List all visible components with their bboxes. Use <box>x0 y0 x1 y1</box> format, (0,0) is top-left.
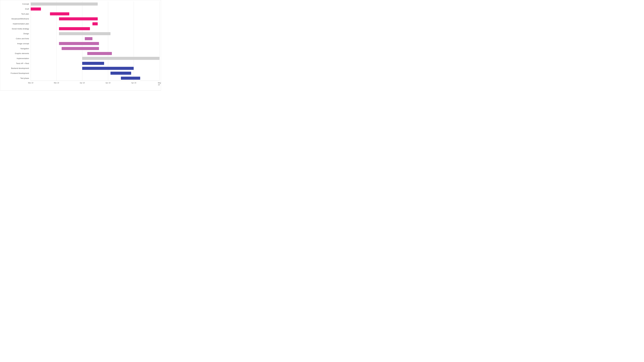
gantt-row <box>31 71 160 76</box>
row-label: Design <box>2 31 31 36</box>
gantt-row <box>31 76 160 81</box>
row-label: Frontend Development <box>2 71 31 76</box>
gantt-row <box>31 11 160 16</box>
gantt-bar <box>31 2 98 5</box>
gantt-chart: ConceptDraftTech planStoryboard/Wirefram… <box>0 0 161 91</box>
gantt-row <box>31 6 160 11</box>
gantt-bar <box>92 22 98 25</box>
row-label: Image concept <box>2 41 31 46</box>
axis-label: Mar 19 <box>28 82 33 84</box>
gantt-bar <box>121 77 140 80</box>
gantt-row <box>31 66 160 71</box>
chart-area: ConceptDraftTech planStoryboard/Wirefram… <box>2 1 160 81</box>
gantt-bar <box>62 47 99 50</box>
axis-label: Mar 19 <box>54 82 59 84</box>
axis-label: Apr 19 <box>131 82 136 84</box>
row-label: Test phase <box>2 76 31 81</box>
gantt-row <box>31 36 160 41</box>
axis-label: Apr 19 <box>80 82 85 84</box>
axis-label: May 19 <box>158 82 161 86</box>
gantt-column <box>31 1 160 81</box>
gantt-bar <box>59 42 99 45</box>
labels-column: ConceptDraftTech planStoryboard/Wirefram… <box>2 1 31 81</box>
gantt-bar <box>87 52 112 55</box>
gantt-bar <box>82 57 160 60</box>
gantt-row <box>31 61 160 66</box>
time-axis: Mar 19Mar 19Apr 19Apr 19Apr 19May 19 <box>31 81 160 85</box>
gantt-bar <box>82 67 134 70</box>
gantt-row <box>31 31 160 36</box>
gantt-row <box>31 46 160 51</box>
gantt-bar <box>110 72 131 75</box>
row-label: Draft <box>2 6 31 11</box>
gantt-row <box>31 51 160 56</box>
row-label: Implementation plan <box>2 21 31 26</box>
gantt-bar <box>82 62 104 65</box>
gantt-row <box>31 21 160 26</box>
gantt-bar <box>59 32 110 35</box>
gantt-row <box>31 41 160 46</box>
row-label: Navigation <box>2 46 31 51</box>
gantt-row <box>31 16 160 21</box>
gantt-rows <box>31 1 160 81</box>
gantt-bar <box>31 7 41 10</box>
gantt-bar <box>85 37 92 40</box>
axis-label: Apr 19 <box>106 82 110 84</box>
row-label: Social media strategy <box>2 26 31 31</box>
row-label: Implementation <box>2 56 31 61</box>
row-label: Texts HP + Rest <box>2 61 31 66</box>
gantt-bar <box>50 12 69 15</box>
gantt-bar <box>59 27 90 30</box>
row-label: Tech plan <box>2 11 31 16</box>
gantt-bar <box>59 17 98 20</box>
row-label: Backend development <box>2 66 31 71</box>
row-label: Storyboard/Wireframe <box>2 16 31 21</box>
row-label: Graphic elements <box>2 51 31 56</box>
gantt-row <box>31 1 160 6</box>
row-label: Concept <box>2 1 31 6</box>
row-label: Colors and fonts <box>2 36 31 41</box>
gantt-row <box>31 26 160 31</box>
gantt-row <box>31 56 160 61</box>
